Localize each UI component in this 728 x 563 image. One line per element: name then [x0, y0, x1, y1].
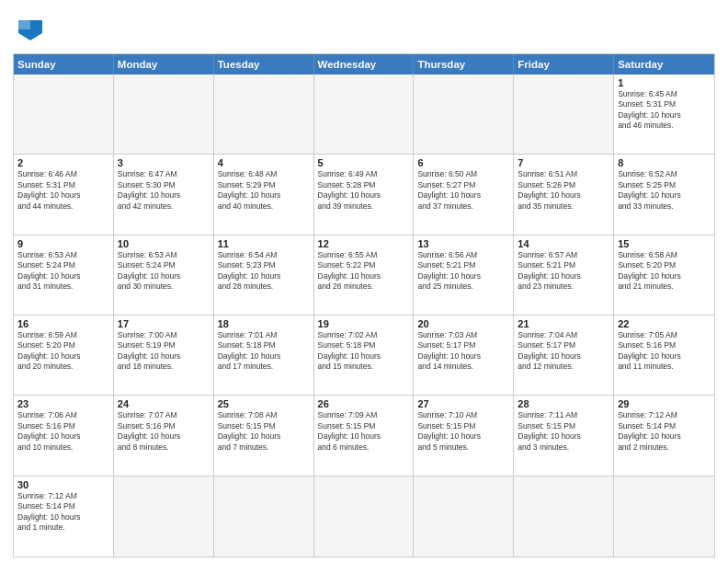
day-number: 25	[218, 398, 310, 409]
day-cell: 23Sunrise: 7:06 AM Sunset: 5:16 PM Dayli…	[14, 396, 114, 475]
day-cell	[514, 75, 614, 154]
day-cell: 25Sunrise: 7:08 AM Sunset: 5:15 PM Dayli…	[214, 396, 314, 475]
header	[13, 9, 715, 48]
day-cell	[214, 477, 314, 557]
day-info: Sunrise: 6:53 AM Sunset: 5:24 PM Dayligh…	[118, 250, 210, 293]
day-info: Sunrise: 6:54 AM Sunset: 5:23 PM Dayligh…	[218, 250, 310, 293]
day-cell: 5Sunrise: 6:49 AM Sunset: 5:28 PM Daylig…	[314, 155, 415, 234]
day-info: Sunrise: 7:01 AM Sunset: 5:18 PM Dayligh…	[218, 330, 310, 373]
day-cell: 8Sunrise: 6:52 AM Sunset: 5:25 PM Daylig…	[614, 155, 714, 234]
day-number: 29	[618, 398, 711, 409]
day-cell: 13Sunrise: 6:56 AM Sunset: 5:21 PM Dayli…	[414, 236, 514, 315]
day-number: 16	[17, 318, 109, 329]
day-cell	[114, 75, 214, 154]
day-number: 8	[618, 157, 711, 168]
week-row: 23Sunrise: 7:06 AM Sunset: 5:16 PM Dayli…	[14, 396, 714, 476]
calendar-body: 1Sunrise: 6:45 AM Sunset: 5:31 PM Daylig…	[14, 75, 714, 557]
day-header-monday: Monday	[114, 54, 214, 75]
day-number: 17	[118, 318, 210, 329]
day-number: 11	[218, 238, 310, 249]
day-cell	[414, 75, 514, 154]
day-info: Sunrise: 7:03 AM Sunset: 5:17 PM Dayligh…	[417, 330, 509, 373]
day-headers: SundayMondayTuesdayWednesdayThursdayFrid…	[14, 54, 714, 75]
day-cell: 9Sunrise: 6:53 AM Sunset: 5:24 PM Daylig…	[14, 236, 114, 315]
day-info: Sunrise: 7:06 AM Sunset: 5:16 PM Dayligh…	[17, 410, 109, 453]
day-number: 9	[17, 238, 109, 249]
logo-icon	[13, 13, 48, 48]
day-info: Sunrise: 6:59 AM Sunset: 5:20 PM Dayligh…	[17, 330, 109, 373]
day-cell: 12Sunrise: 6:55 AM Sunset: 5:22 PM Dayli…	[314, 236, 415, 315]
day-header-thursday: Thursday	[414, 54, 514, 75]
day-cell: 11Sunrise: 6:54 AM Sunset: 5:23 PM Dayli…	[214, 236, 314, 315]
day-info: Sunrise: 6:57 AM Sunset: 5:21 PM Dayligh…	[518, 250, 609, 293]
day-header-friday: Friday	[514, 54, 614, 75]
week-row: 30Sunrise: 7:12 AM Sunset: 5:14 PM Dayli…	[14, 477, 714, 557]
day-number: 27	[417, 398, 509, 409]
day-number: 5	[318, 157, 410, 168]
day-number: 22	[618, 318, 711, 329]
day-info: Sunrise: 6:45 AM Sunset: 5:31 PM Dayligh…	[618, 89, 711, 132]
week-row: 1Sunrise: 6:45 AM Sunset: 5:31 PM Daylig…	[14, 75, 714, 155]
calendar-page: SundayMondayTuesdayWednesdayThursdayFrid…	[0, 0, 728, 563]
day-cell: 18Sunrise: 7:01 AM Sunset: 5:18 PM Dayli…	[214, 316, 314, 395]
day-cell	[314, 75, 415, 154]
day-info: Sunrise: 7:12 AM Sunset: 5:14 PM Dayligh…	[17, 491, 109, 534]
day-number: 12	[318, 238, 410, 249]
day-info: Sunrise: 6:56 AM Sunset: 5:21 PM Dayligh…	[417, 250, 509, 293]
day-info: Sunrise: 7:02 AM Sunset: 5:18 PM Dayligh…	[318, 330, 410, 373]
day-cell: 19Sunrise: 7:02 AM Sunset: 5:18 PM Dayli…	[314, 316, 415, 395]
day-cell: 21Sunrise: 7:04 AM Sunset: 5:17 PM Dayli…	[514, 316, 614, 395]
day-cell: 16Sunrise: 6:59 AM Sunset: 5:20 PM Dayli…	[14, 316, 114, 395]
day-number: 26	[318, 398, 410, 409]
day-info: Sunrise: 7:04 AM Sunset: 5:17 PM Dayligh…	[518, 330, 609, 373]
day-number: 28	[518, 398, 609, 409]
day-number: 24	[118, 398, 210, 409]
day-cell	[114, 477, 214, 557]
day-cell: 10Sunrise: 6:53 AM Sunset: 5:24 PM Dayli…	[114, 236, 214, 315]
day-number: 30	[17, 479, 109, 490]
day-info: Sunrise: 6:49 AM Sunset: 5:28 PM Dayligh…	[318, 169, 410, 212]
day-cell	[314, 477, 415, 557]
day-info: Sunrise: 7:00 AM Sunset: 5:19 PM Dayligh…	[118, 330, 210, 373]
day-header-sunday: Sunday	[14, 54, 114, 75]
day-cell	[414, 477, 514, 557]
day-number: 4	[218, 157, 310, 168]
day-cell: 28Sunrise: 7:11 AM Sunset: 5:15 PM Dayli…	[514, 396, 614, 475]
day-info: Sunrise: 6:58 AM Sunset: 5:20 PM Dayligh…	[618, 250, 711, 293]
week-row: 9Sunrise: 6:53 AM Sunset: 5:24 PM Daylig…	[14, 236, 714, 316]
day-cell	[614, 477, 714, 557]
day-info: Sunrise: 7:07 AM Sunset: 5:16 PM Dayligh…	[118, 410, 210, 453]
day-number: 15	[618, 238, 711, 249]
day-cell	[14, 75, 114, 154]
day-cell: 26Sunrise: 7:09 AM Sunset: 5:15 PM Dayli…	[314, 396, 415, 475]
day-info: Sunrise: 6:46 AM Sunset: 5:31 PM Dayligh…	[17, 169, 109, 212]
logo	[13, 13, 51, 48]
day-info: Sunrise: 6:48 AM Sunset: 5:29 PM Dayligh…	[218, 169, 310, 212]
day-header-saturday: Saturday	[614, 54, 714, 75]
day-cell: 14Sunrise: 6:57 AM Sunset: 5:21 PM Dayli…	[514, 236, 614, 315]
day-info: Sunrise: 7:10 AM Sunset: 5:15 PM Dayligh…	[417, 410, 509, 453]
day-info: Sunrise: 6:50 AM Sunset: 5:27 PM Dayligh…	[417, 169, 509, 212]
day-cell: 15Sunrise: 6:58 AM Sunset: 5:20 PM Dayli…	[614, 236, 714, 315]
day-number: 13	[417, 238, 509, 249]
day-header-tuesday: Tuesday	[214, 54, 314, 75]
calendar: SundayMondayTuesdayWednesdayThursdayFrid…	[13, 53, 715, 557]
svg-marker-2	[18, 20, 30, 29]
day-header-wednesday: Wednesday	[314, 54, 415, 75]
day-cell: 29Sunrise: 7:12 AM Sunset: 5:14 PM Dayli…	[614, 396, 714, 475]
day-info: Sunrise: 6:55 AM Sunset: 5:22 PM Dayligh…	[318, 250, 410, 293]
day-cell: 20Sunrise: 7:03 AM Sunset: 5:17 PM Dayli…	[414, 316, 514, 395]
day-number: 20	[417, 318, 509, 329]
day-cell: 7Sunrise: 6:51 AM Sunset: 5:26 PM Daylig…	[514, 155, 614, 234]
day-number: 2	[17, 157, 109, 168]
day-number: 18	[218, 318, 310, 329]
day-number: 6	[417, 157, 509, 168]
day-cell: 27Sunrise: 7:10 AM Sunset: 5:15 PM Dayli…	[414, 396, 514, 475]
day-info: Sunrise: 7:12 AM Sunset: 5:14 PM Dayligh…	[618, 410, 711, 453]
day-number: 23	[17, 398, 109, 409]
week-row: 16Sunrise: 6:59 AM Sunset: 5:20 PM Dayli…	[14, 316, 714, 396]
day-number: 7	[518, 157, 609, 168]
day-number: 21	[518, 318, 609, 329]
day-info: Sunrise: 6:51 AM Sunset: 5:26 PM Dayligh…	[518, 169, 609, 212]
day-info: Sunrise: 6:52 AM Sunset: 5:25 PM Dayligh…	[618, 169, 711, 212]
